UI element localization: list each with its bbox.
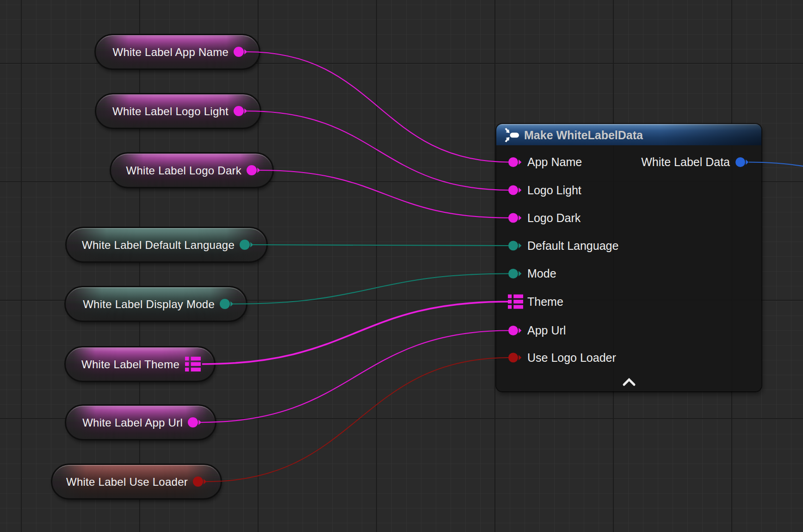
svg-text:Mode: Mode [527, 267, 556, 280]
svg-text:White Label Use Loader: White Label Use Loader [66, 476, 188, 488]
svg-text:White Label Logo Light: White Label Logo Light [112, 105, 229, 118]
svg-text:White Label Display Mode: White Label Display Mode [83, 298, 215, 310]
svg-text:Use Logo Loader: Use Logo Loader [527, 351, 616, 364]
svg-text:Logo Dark: Logo Dark [527, 211, 581, 224]
svg-text:White Label Default Language: White Label Default Language [82, 239, 235, 251]
svg-text:White Label App Name: White Label App Name [113, 46, 229, 58]
svg-text:Default Language: Default Language [527, 239, 618, 252]
svg-text:White Label Data: White Label Data [641, 155, 730, 168]
svg-text:Make WhiteLabelData: Make WhiteLabelData [524, 129, 643, 142]
svg-text:App Url: App Url [527, 324, 566, 337]
svg-text:White Label App Url: White Label App Url [82, 416, 183, 429]
svg-text:White Label Logo Dark: White Label Logo Dark [126, 164, 242, 177]
svg-text:Logo Light: Logo Light [527, 184, 581, 197]
svg-text:White Label Theme: White Label Theme [81, 358, 179, 371]
svg-text:Theme: Theme [527, 295, 563, 308]
svg-text:App Name: App Name [527, 155, 582, 168]
